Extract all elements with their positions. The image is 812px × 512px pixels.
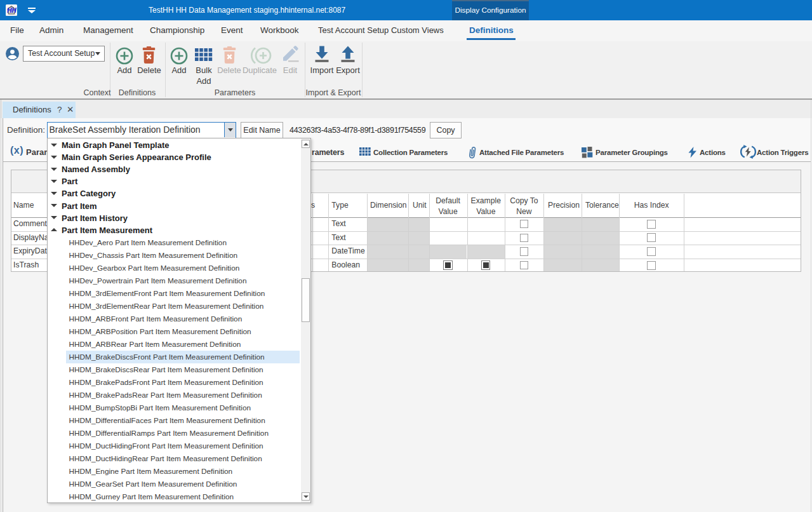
svg-text:HH: HH <box>7 7 17 14</box>
